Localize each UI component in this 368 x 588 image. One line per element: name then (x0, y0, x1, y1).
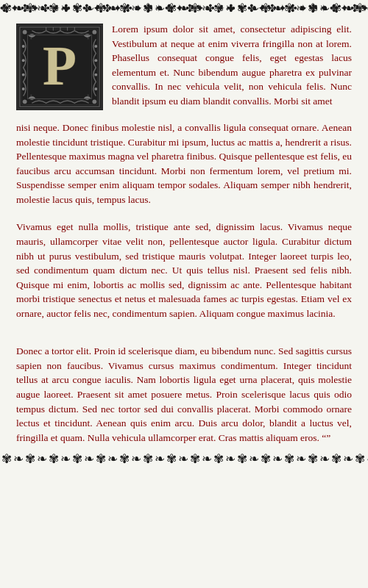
bottom-ornament-svg: ✾❧✾❧✾❧✾❧✾❧✾❧✾❧✾❧✾❧✾❧✾❧✾❧✾❧✾❧✾❧✾❧✾❧✾❧✾❧✾ (0, 451, 368, 467)
drop-cap-svg: P P (18, 24, 102, 110)
content-area: P P Lorem ipsum dolor sit amet, consecte… (0, 16, 368, 451)
svg-point-11 (22, 59, 25, 62)
bottom-ornament-border: ✾❧✾❧✾❧✾❧✾❧✾❧✾❧✾❧✾❧✾❧✾❧✾❧✾❧✾❧✾❧✾❧✾❧✾❧✾❧✾ (0, 451, 368, 467)
svg-point-13 (22, 87, 25, 90)
svg-text:✾❧✾❧✾❧✾❧✾❧✾❧✾❧✾❧✾❧✾❧✾❧✾❧✾❧✾❧✾❧: ✾❧✾❧✾❧✾❧✾❧✾❧✾❧✾❧✾❧✾❧✾❧✾❧✾❧✾❧✾❧✾❧✾❧✾❧✾❧✾ (1, 452, 368, 466)
svg-point-14 (94, 45, 97, 48)
first-paragraph-section: P P Lorem ipsum dolor sit amet, consecte… (16, 22, 352, 110)
svg-rect-24 (88, 95, 89, 96)
svg-text:✾❧✾❧✾❧✾❧✾❧✾❧✾❧✾❧✾❧✾❧✾❧✾❧✾❧✾❧✾❧: ✾❧✾❧✾❧✾❧✾❧✾❧✾❧✾❧✾❧✾❧✾❧✾❧✾❧✾❧✾❧✾❧✾❧✾❧✾❧✾ (1, 1, 368, 15)
svg-point-8 (23, 99, 27, 104)
svg-point-15 (94, 59, 97, 62)
svg-point-16 (94, 74, 97, 76)
first-paragraph-continuation: nisi neque. Donec finibus molestie nisl,… (16, 121, 352, 207)
svg-rect-23 (30, 95, 32, 96)
top-ornament-border: ✤✦✤✦✤✦✤✦✤✦✤✦✤✦✤✦✤✦✤✦✤✦✤✦✤✦✤✦✤✦✤✦✤✦✤✦✤✦✤✦… (0, 0, 368, 16)
third-paragraph: Donec a tortor elit. Proin id scelerisqu… (16, 344, 352, 445)
svg-point-6 (23, 30, 27, 35)
svg-point-17 (94, 87, 97, 90)
second-paragraph: Vivamus eget nulla mollis, tristique ant… (16, 220, 352, 320)
drop-cap-box: P P (16, 24, 103, 110)
svg-rect-21 (30, 37, 32, 39)
svg-rect-22 (88, 37, 89, 39)
page-container: ✤✦✤✦✤✦✤✦✤✦✤✦✤✦✤✦✤✦✤✦✤✦✤✦✤✦✤✦✤✦✤✦✤✦✤✦✤✦✤✦… (0, 0, 368, 588)
svg-point-9 (92, 99, 96, 104)
first-paragraph-float-text: Lorem ipsum dolor sit amet, consectetur … (112, 22, 352, 108)
svg-point-7 (92, 30, 96, 35)
svg-point-12 (22, 74, 25, 76)
svg-text:P: P (43, 35, 77, 96)
top-ornament-svg: ✤✦✤✦✤✦✤✦✤✦✤✦✤✦✤✦✤✦✤✦✤✦✤✦✤✦✤✦✤✦✤✦✤✦✤✦✤✦✤✦… (0, 0, 368, 16)
svg-point-10 (22, 45, 25, 48)
